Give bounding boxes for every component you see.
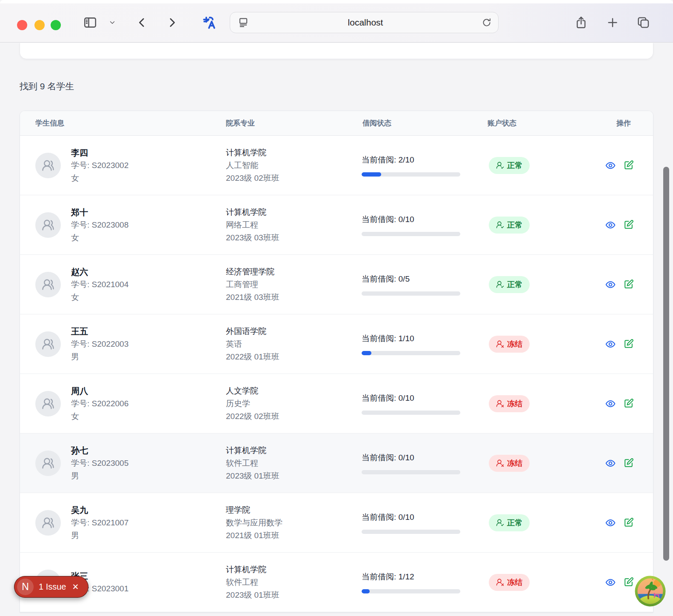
student-gender: 女	[71, 291, 128, 304]
chevron-left-icon	[136, 16, 148, 29]
account-status-cell: 冻结	[487, 574, 594, 591]
class: 2023级 01班班	[226, 470, 359, 482]
edit-square-icon	[623, 279, 634, 290]
view-student-button[interactable]	[605, 517, 616, 528]
borrow-label: 当前借阅: 1/12	[362, 571, 487, 582]
close-window-button[interactable]	[17, 20, 27, 30]
view-student-button[interactable]	[605, 220, 616, 231]
student-name: 王五	[71, 325, 128, 338]
avatar	[35, 510, 61, 536]
edit-student-button[interactable]	[623, 398, 634, 409]
edit-student-button[interactable]	[623, 577, 634, 588]
user-check-icon	[496, 280, 504, 288]
user-x-icon	[496, 459, 504, 467]
student-gender: 男	[71, 351, 128, 363]
nextjs-dev-issues-badge[interactable]: N 1 Issue ✕	[14, 576, 88, 598]
borrow-progress-track	[362, 589, 460, 593]
department-cell: 理学院 数学与应用数学 2021级 01班班	[226, 504, 359, 542]
major: 人工智能	[226, 159, 359, 172]
department-cell: 计算机学院 网络工程 2023级 03班班	[226, 206, 359, 244]
department-cell: 经济管理学院 工商管理 2021级 03班班	[226, 265, 359, 304]
status-label: 正常	[507, 220, 522, 230]
header-student-info: 学生信息	[20, 118, 226, 128]
browser-toolbar: localhost	[0, 3, 673, 43]
plus-icon	[606, 16, 619, 29]
chevron-down-icon	[108, 19, 116, 26]
department-cell: 计算机学院 软件工程 2023级 01班班	[226, 444, 359, 482]
student-info-cell: 赵六 学号: S2021004 女	[20, 265, 226, 304]
status-badge: 正常	[489, 276, 530, 293]
user-x-icon	[496, 399, 504, 408]
borrow-progress-track	[362, 530, 460, 534]
edit-student-button[interactable]	[623, 517, 634, 528]
student-name: 赵六	[71, 265, 128, 278]
share-button[interactable]	[572, 13, 590, 32]
student-name: 孙七	[71, 444, 128, 457]
major: 软件工程	[226, 576, 359, 589]
search-panel-bottom-edge	[20, 43, 653, 59]
status-badge: 正常	[489, 514, 530, 531]
student-id: 学号: S2022006	[71, 397, 128, 410]
actions-cell	[594, 458, 653, 469]
view-student-button[interactable]	[605, 458, 616, 469]
edit-student-button[interactable]	[623, 339, 634, 350]
view-student-button[interactable]	[605, 160, 616, 171]
back-button[interactable]	[133, 13, 151, 32]
zoom-window-button[interactable]	[51, 20, 61, 30]
sidebar-menu-button[interactable]	[106, 13, 119, 32]
eye-icon	[605, 577, 616, 588]
table-row: 赵六 学号: S2021004 女 经济管理学院 工商管理 2021级 03班班…	[20, 255, 653, 314]
student-name: 吴九	[71, 504, 128, 516]
page-settings-icon[interactable]	[237, 16, 250, 29]
vertical-scrollbar-thumb[interactable]	[663, 167, 669, 561]
edit-square-icon	[623, 398, 634, 409]
tab-overview-button[interactable]	[634, 13, 653, 32]
borrow-status-cell: 当前借阅: 0/10	[359, 512, 487, 534]
department-cell: 外国语学院 英语 2022级 01班班	[226, 325, 359, 363]
status-label: 冻结	[507, 399, 522, 409]
reload-icon[interactable]	[481, 17, 492, 28]
eye-icon	[605, 517, 616, 528]
department-cell: 计算机学院 软件工程 2023级 01班班	[226, 563, 359, 602]
college: 经济管理学院	[226, 265, 359, 278]
class: 2023级 03班班	[226, 231, 359, 244]
view-student-button[interactable]	[605, 398, 616, 409]
new-tab-button[interactable]	[603, 13, 622, 32]
student-id: 学号: S2021007	[71, 516, 128, 529]
account-status-cell: 正常	[487, 217, 594, 234]
borrow-status-cell: 当前借阅: 0/5	[359, 274, 487, 296]
view-student-button[interactable]	[605, 577, 616, 588]
status-label: 冻结	[507, 458, 522, 468]
class: 2022级 01班班	[226, 351, 359, 363]
island-extension-button[interactable]	[635, 576, 666, 607]
minimize-window-button[interactable]	[34, 20, 45, 30]
translate-extension-button[interactable]	[200, 13, 219, 32]
account-status-cell: 冻结	[487, 336, 594, 353]
account-status-cell: 正常	[487, 276, 594, 293]
sidebar-icon	[83, 15, 97, 30]
result-count-text: 找到 9 名学生	[20, 80, 74, 92]
user-check-icon	[496, 161, 504, 169]
student-gender: 男	[71, 470, 128, 482]
actions-cell	[594, 339, 653, 350]
view-student-button[interactable]	[605, 339, 616, 350]
sidebar-toggle-button[interactable]	[81, 13, 100, 32]
student-gender: 女	[71, 231, 128, 244]
address-bar[interactable]: localhost	[230, 12, 499, 33]
users-icon	[42, 338, 54, 351]
status-label: 正常	[507, 518, 522, 528]
edit-student-button[interactable]	[623, 279, 634, 290]
close-issues-badge-button[interactable]: ✕	[71, 582, 80, 592]
forward-button[interactable]	[163, 13, 181, 32]
header-actions: 操作	[594, 118, 653, 128]
borrow-label: 当前借阅: 0/10	[362, 214, 487, 225]
student-name: 郑十	[71, 206, 128, 219]
edit-square-icon	[623, 458, 634, 468]
borrow-label: 当前借阅: 1/10	[362, 333, 487, 344]
status-badge: 冻结	[489, 395, 530, 412]
edit-student-button[interactable]	[623, 220, 634, 231]
view-student-button[interactable]	[605, 279, 616, 290]
edit-student-button[interactable]	[623, 458, 634, 469]
edit-student-button[interactable]	[623, 160, 634, 171]
major: 工商管理	[226, 278, 359, 291]
